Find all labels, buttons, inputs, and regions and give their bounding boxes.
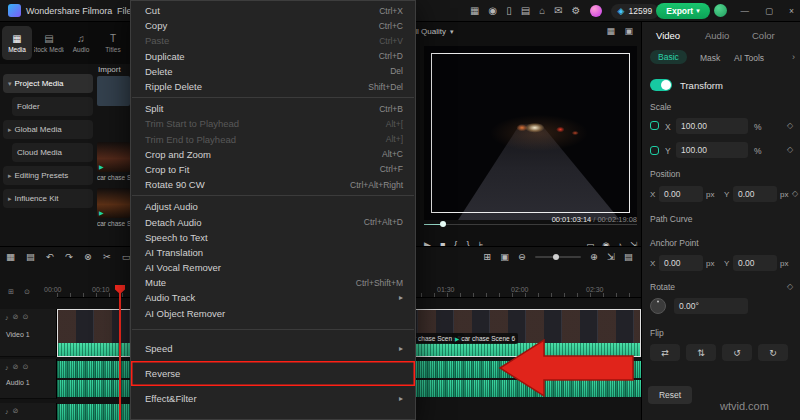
extra-track-header[interactable]: ♪ ⊘ — [0, 403, 57, 420]
selection-frame[interactable] — [431, 53, 630, 213]
position-y-input[interactable]: 0.00 — [733, 186, 777, 202]
close-button[interactable]: × — [789, 6, 794, 16]
seek-bar[interactable] — [424, 224, 637, 225]
zoom-in-icon[interactable]: ⊕ — [590, 251, 598, 262]
tree-item-folder[interactable]: Folder — [12, 97, 93, 116]
link-scale-icon[interactable] — [650, 121, 659, 130]
subtab-ai-tools[interactable]: AI Tools — [734, 53, 764, 63]
menu-item-adjust-audio[interactable]: Adjust Audio — [131, 199, 415, 214]
record-icon[interactable]: ◉ — [488, 6, 497, 16]
menu-item-reverse[interactable]: Reverse — [131, 361, 415, 386]
add-track-icon[interactable]: ⊞ — [8, 288, 14, 296]
add-marker-icon[interactable]: ⊞ — [483, 251, 491, 262]
maximize-button[interactable]: ▢ — [765, 6, 773, 16]
tab-audio-inspector[interactable]: Audio — [705, 30, 729, 41]
menu-item-effect-filter[interactable]: Effect&Filter ▸ — [131, 386, 415, 411]
menu-item-detach-audio[interactable]: Detach Audio Ctrl+Alt+D — [131, 214, 415, 229]
eye-icon[interactable]: ⊙ — [22, 313, 28, 321]
keyframe-icon[interactable]: ◇ — [787, 121, 793, 130]
tree-item-project-media[interactable]: ▾ Project Media — [3, 74, 93, 93]
lock-icon[interactable]: ⊘ — [13, 363, 19, 371]
undo-icon[interactable]: ↶ — [46, 251, 54, 262]
redo-icon[interactable]: ↷ — [65, 251, 73, 262]
zoom-out-icon[interactable]: ⊖ — [518, 251, 526, 262]
minimize-button[interactable]: — — [741, 6, 750, 16]
tree-item-cloud-media[interactable]: Cloud Media — [12, 143, 93, 162]
magnet-icon[interactable]: ⊙ — [24, 288, 30, 296]
menu-item-ripple-delete[interactable]: Ripple Delete Shift+Del — [131, 79, 415, 94]
anchor-y-input[interactable]: 0.00 — [733, 255, 777, 271]
seek-handle[interactable] — [440, 221, 446, 227]
keyframe-icon[interactable]: ◇ — [787, 282, 793, 291]
menu-item-rotate-90-cw[interactable]: Rotate 90 CW Ctrl+Alt+Right — [131, 177, 415, 192]
trash-icon[interactable]: ⊗ — [84, 251, 92, 262]
menu-item-crop-to-fit[interactable]: Crop to Fit Ctrl+F — [131, 162, 415, 177]
menu-item-crop-and-zoom[interactable]: Crop and Zoom Alt+C — [131, 147, 415, 162]
menu-item-duplicate[interactable]: Duplicate Ctrl+D — [131, 49, 415, 64]
rotate-input[interactable]: 0.00° — [674, 298, 748, 314]
rotate-cw-button[interactable]: ↻ — [758, 344, 788, 361]
subtab-mask[interactable]: Mask — [700, 53, 720, 63]
export-button[interactable]: Export ▾ — [656, 3, 710, 19]
chevron-right-icon[interactable]: › — [792, 52, 795, 62]
tab-video[interactable]: Video — [656, 30, 680, 41]
media-panel-icon[interactable]: ▤ — [26, 251, 35, 262]
scale-y-input[interactable]: 100.00 — [676, 142, 748, 158]
preview-screen[interactable] — [424, 46, 637, 220]
lock-icon[interactable]: ⊘ — [13, 313, 19, 321]
grid-icon[interactable]: ▦ — [470, 6, 479, 16]
menu-item-ai-translation[interactable]: AI Translation — [131, 245, 415, 260]
menu-item-ai-vocal-remover[interactable]: AI Vocal Remover — [131, 260, 415, 275]
mute-icon[interactable]: ♪ — [5, 408, 9, 415]
media-icon[interactable]: ▤ — [521, 6, 530, 16]
tab-color[interactable]: Color — [752, 30, 775, 41]
link-scale-icon[interactable] — [650, 146, 659, 155]
subtab-basic[interactable]: Basic — [650, 50, 687, 64]
menu-item-copy[interactable]: Copy Ctrl+C — [131, 18, 415, 33]
track-list-icon[interactable]: ▤ — [624, 251, 633, 262]
fit-timeline-icon[interactable]: ⇲ — [607, 251, 615, 262]
scale-x-input[interactable]: 100.00 — [676, 118, 748, 134]
menu-item-delete[interactable]: Delete Del — [131, 64, 415, 79]
scissors-icon[interactable]: ✂ — [103, 251, 111, 262]
tab-audio[interactable]: ♫ Audio — [66, 26, 96, 60]
menu-item-audio-track[interactable]: Audio Track ▸ — [131, 290, 415, 305]
menu-item-ai-object-remover[interactable]: AI Object Remover — [131, 306, 415, 321]
picture-in-picture-icon[interactable]: ▣ — [624, 27, 633, 36]
tree-item-global-media[interactable]: ▸ Global Media — [3, 120, 93, 139]
position-x-input[interactable]: 0.00 — [659, 186, 703, 202]
rotate-knob[interactable] — [650, 298, 666, 314]
video-track-header[interactable]: ♪ ⊘ ⊙ Video 1 — [0, 309, 57, 357]
mute-icon[interactable]: ♪ — [5, 364, 9, 371]
mute-icon[interactable]: ♪ — [5, 314, 9, 321]
tree-item-editing-presets[interactable]: ▸ Editing Presets — [3, 166, 93, 185]
avatar[interactable] — [714, 4, 727, 17]
layout-icon[interactable]: ▦ — [606, 27, 615, 36]
message-icon[interactable]: ✉ — [554, 6, 562, 16]
eye-icon[interactable]: ⊙ — [22, 363, 28, 371]
menu-item-mute[interactable]: Mute Ctrl+Shift+M — [131, 275, 415, 290]
ai-credits-icon[interactable] — [590, 5, 602, 17]
rotate-ccw-button[interactable]: ↺ — [722, 344, 752, 361]
tab-media[interactable]: ▦ Media — [2, 26, 32, 60]
zoom-slider[interactable] — [535, 256, 581, 258]
device-icon[interactable]: ▯ — [506, 6, 512, 16]
keyframe-icon[interactable]: ◇ — [787, 145, 793, 154]
menu-item-speech-to-text[interactable]: Speech to Text — [131, 230, 415, 245]
media-thumbnail[interactable] — [97, 76, 130, 106]
tab-titles[interactable]: T Titles — [98, 26, 128, 60]
gem-counter[interactable]: ◈ 12599 — [611, 4, 660, 19]
media-thumbnail-car-chase-6[interactable]: ▶ — [97, 188, 130, 218]
keyframe-icon[interactable]: ◇ — [792, 189, 798, 198]
menu-item-speed[interactable]: Speed ▸ — [131, 336, 415, 361]
lock-icon[interactable]: ⊘ — [13, 407, 19, 415]
settings-icon[interactable]: ⚙ — [572, 6, 581, 16]
menu-item-cut[interactable]: Cut Ctrl+X — [131, 3, 415, 18]
audio-track-header[interactable]: ♪ ⊘ ⊙ Audio 1 — [0, 359, 57, 399]
snapshot-icon[interactable]: ▣ — [500, 251, 509, 262]
grid-icon[interactable]: ▦ — [6, 251, 15, 262]
tab-stock-media[interactable]: ▤ Stock Media — [34, 26, 64, 60]
media-thumbnail-car-chase-5[interactable]: ▶ — [97, 142, 130, 172]
transform-toggle[interactable] — [650, 79, 672, 91]
flip-vertical-button[interactable]: ⇅ — [686, 344, 716, 361]
